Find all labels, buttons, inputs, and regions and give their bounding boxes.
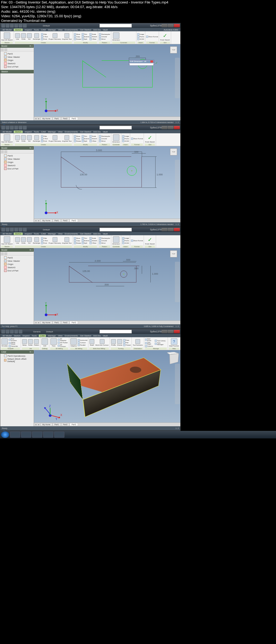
close-button[interactable] — [174, 330, 180, 333]
setup-sheet-button[interactable]: Setup Sheet — [9, 342, 20, 345]
parallel-button[interactable]: Parallel — [78, 344, 87, 346]
line-button[interactable]: Line — [15, 237, 20, 244]
maximize-button[interactable] — [168, 228, 174, 231]
tree-root[interactable]: Part3 — [1, 52, 33, 55]
horizontal-button[interactable]: Horizontal — [78, 339, 87, 341]
tree-view[interactable]: View: Master — [1, 259, 33, 263]
split-button[interactable]: Split — [82, 140, 89, 142]
binoculars-icon[interactable] — [4, 150, 7, 153]
dimension-label[interactable]: .500 — [134, 267, 139, 270]
fillet-button[interactable]: Fillet — [41, 135, 48, 137]
project-geometry-button[interactable]: Project Geometry — [48, 135, 61, 142]
canvas[interactable]: TOP 4.000 .500 1.000 .500 .500 135.00 XY… — [34, 248, 180, 324]
dimension-label[interactable]: 4.000 — [95, 260, 101, 262]
dimension-label[interactable]: 1.000 — [152, 272, 158, 275]
rect-pattern-button[interactable]: Rectangular — [99, 33, 110, 35]
rotate-button[interactable]: Rotate — [74, 140, 81, 142]
groove-button[interactable]: Groove — [117, 339, 123, 346]
tab-addins[interactable]: Add-Ins — [93, 29, 101, 31]
minimize-button[interactable] — [161, 330, 167, 333]
mirror-button[interactable]: Mirror — [99, 242, 110, 244]
setup-button[interactable]: Setup — [22, 339, 27, 346]
circ-pattern-button[interactable]: Circular — [99, 138, 110, 140]
show-format-button[interactable]: Show Format — [131, 138, 143, 140]
image-button[interactable]: Image — [122, 135, 129, 137]
doc-tab[interactable]: My Home — [40, 423, 52, 426]
show-format-button[interactable]: Show Format — [131, 240, 143, 242]
appearance-combo[interactable]: Default — [46, 330, 53, 333]
trim-button[interactable]: Trim — [82, 135, 89, 137]
offset-button[interactable]: Offset — [89, 38, 97, 40]
copy-button[interactable]: Copy — [74, 240, 81, 242]
rectangle-button[interactable]: Rectangle — [33, 33, 40, 40]
acad-button[interactable]: ACAD — [122, 140, 129, 142]
tab-vault[interactable]: Vault — [103, 29, 108, 31]
navigation-bar[interactable] — [175, 58, 180, 98]
start-button[interactable] — [1, 431, 9, 438]
sketch-circle[interactable] — [127, 166, 137, 176]
doc-tab[interactable]: Part3 — [70, 117, 78, 120]
start-2d-sketch-button[interactable]: Start 2D Sketch — [1, 32, 13, 41]
trim-button[interactable]: Trim — [82, 237, 89, 239]
tab-environments[interactable]: Environments — [65, 131, 78, 133]
qat-button[interactable] — [14, 126, 18, 130]
text-button[interactable]: A Text — [41, 138, 48, 140]
minimize-button[interactable] — [161, 126, 167, 129]
start-2d-sketch-button[interactable]: Start 2D Sketch — [1, 236, 13, 245]
line-button[interactable]: Line — [15, 33, 20, 40]
dimension-button[interactable]: Dimension — [112, 134, 120, 143]
material-combo[interactable]: Default — [43, 25, 50, 27]
tab-view[interactable]: View — [58, 29, 63, 31]
scale-button[interactable]: Scale — [89, 135, 97, 137]
taskbar-button[interactable] — [42, 431, 50, 431]
doc-tab[interactable]: Part2 — [61, 219, 70, 222]
circ-pattern-button[interactable]: Circular — [99, 36, 110, 38]
tab-manage[interactable]: Manage — [48, 233, 56, 235]
stretch-button[interactable]: Stretch — [89, 138, 97, 140]
tab-nav-next[interactable]: ▸ — [37, 322, 40, 324]
tab-tools[interactable]: Tools — [34, 29, 39, 31]
multi-axis-contour-button[interactable]: Multi-Axis Contour — [95, 339, 109, 346]
qat-button[interactable] — [19, 24, 22, 28]
stretch-button[interactable]: Stretch — [89, 36, 97, 38]
doc-tab[interactable]: Part3 — [70, 321, 78, 324]
tab-environments[interactable]: Environments — [65, 29, 78, 31]
close-button[interactable] — [174, 24, 180, 27]
tab-tools[interactable]: Tools — [32, 335, 37, 337]
search-input[interactable] — [99, 24, 132, 28]
2d-pocket-button[interactable]: 2D Pocket — [58, 342, 68, 344]
filter-icon[interactable] — [1, 252, 4, 255]
finish-sketch-button[interactable]: ✓Finish Sketch — [145, 134, 155, 143]
qat-button[interactable] — [1, 330, 5, 333]
qat-button[interactable] — [10, 126, 14, 130]
qat-button[interactable] — [6, 24, 9, 28]
mirror-button[interactable]: Mirror — [99, 140, 110, 142]
canvas[interactable]: TOP 3.000 .500 1.000 135.00 XY ◂▸My Home… — [34, 146, 180, 222]
tab-3dmodel[interactable]: 3D Model — [2, 131, 12, 133]
rotate-button[interactable]: Rotate — [74, 242, 81, 244]
tab-nav-prev[interactable]: ◂ — [34, 424, 37, 426]
navigation-bar[interactable] — [175, 160, 180, 200]
username-label[interactable]: Spike1379 — [150, 228, 161, 231]
dimension-label[interactable]: .500 — [104, 283, 109, 286]
search-input[interactable] — [99, 228, 132, 231]
fillet-button[interactable]: Fillet — [41, 237, 48, 239]
close-button[interactable] — [174, 126, 180, 129]
qat-button[interactable] — [19, 126, 22, 130]
tab-3dmodel[interactable]: 3D Model — [2, 335, 12, 337]
arc-button[interactable]: Arc — [27, 33, 32, 40]
points-button[interactable]: Points — [122, 138, 129, 140]
tab-nav-prev[interactable]: ◂ — [34, 220, 37, 222]
qat-button[interactable] — [1, 126, 5, 130]
username-label[interactable]: Spike1379 — [150, 330, 161, 333]
browser-collapse-icon[interactable]: ▾ × — [30, 249, 33, 251]
tree-root[interactable]: Part3 — [1, 256, 33, 259]
start-button[interactable] — [1, 430, 7, 431]
tab-tools[interactable]: Tools — [34, 233, 39, 235]
arc-button[interactable]: Arc — [27, 237, 32, 244]
fillet-button[interactable]: Fillet — [41, 33, 48, 35]
tab-nav-prev[interactable]: ◂ — [34, 118, 37, 120]
circle-button[interactable]: Circle — [21, 135, 26, 142]
help-button[interactable]: ?Help/Tutorials — [169, 338, 179, 347]
maximize-button[interactable] — [168, 24, 174, 27]
